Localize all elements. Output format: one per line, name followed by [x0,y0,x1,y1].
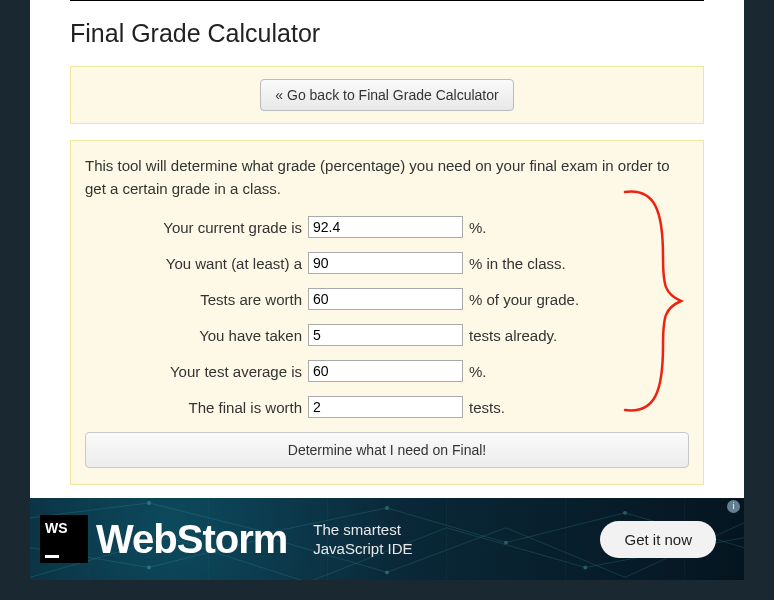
ad-product-name: WebStorm [96,517,287,562]
ad-banner[interactable]: WS WebStorm The smartest JavaScript IDE … [30,498,744,580]
ad-tagline-line2: JavaScript IDE [313,540,412,557]
label-desired-grade: You want (at least) a [85,255,308,272]
page-title: Final Grade Calculator [70,19,704,48]
svg-point-4 [623,511,627,515]
suffix-final-worth: tests. [463,399,505,416]
label-tests-taken: You have taken [85,327,308,344]
input-current-grade[interactable] [308,216,463,238]
go-back-button[interactable]: « Go back to Final Grade Calculator [260,79,513,111]
svg-point-0 [147,501,151,505]
ad-tagline: The smartest JavaScript IDE [313,520,600,559]
row-tests-taken: You have taken tests already. [85,324,689,346]
input-tests-worth[interactable] [308,288,463,310]
suffix-current-grade: %. [463,219,487,236]
row-test-average: Your test average is %. [85,360,689,382]
input-test-average[interactable] [308,360,463,382]
determine-button[interactable]: Determine what I need on Final! [85,432,689,468]
svg-point-6 [385,570,389,574]
top-divider [70,0,704,1]
ad-logo-underline-icon [45,555,59,558]
input-desired-grade[interactable] [308,252,463,274]
back-box: « Go back to Final Grade Calculator [70,66,704,124]
ad-info-icon[interactable]: i [727,500,740,513]
row-tests-worth: Tests are worth % of your grade. [85,288,689,310]
row-final-worth: The final is worth tests. [85,396,689,418]
ad-tagline-line1: The smartest [313,521,401,538]
calculator-form: This tool will determine what grade (per… [70,140,704,485]
svg-point-2 [385,506,389,510]
input-tests-taken[interactable] [308,324,463,346]
page-container: Final Grade Calculator « Go back to Fina… [30,0,744,505]
row-current-grade: Your current grade is %. [85,216,689,238]
svg-point-7 [583,565,587,569]
svg-point-5 [147,565,151,569]
suffix-test-average: %. [463,363,487,380]
ad-cta-button[interactable]: Get it now [600,521,716,558]
label-tests-worth: Tests are worth [85,291,308,308]
label-final-worth: The final is worth [85,399,308,416]
ad-logo-text: WS [45,520,83,536]
label-current-grade: Your current grade is [85,219,308,236]
intro-text: This tool will determine what grade (per… [85,155,689,200]
label-test-average: Your test average is [85,363,308,380]
row-desired-grade: You want (at least) a % in the class. [85,252,689,274]
input-final-worth[interactable] [308,396,463,418]
ad-logo: WS [40,515,88,563]
suffix-tests-worth: % of your grade. [463,291,579,308]
suffix-desired-grade: % in the class. [463,255,566,272]
submit-wrap: Determine what I need on Final! [85,432,689,468]
suffix-tests-taken: tests already. [463,327,557,344]
